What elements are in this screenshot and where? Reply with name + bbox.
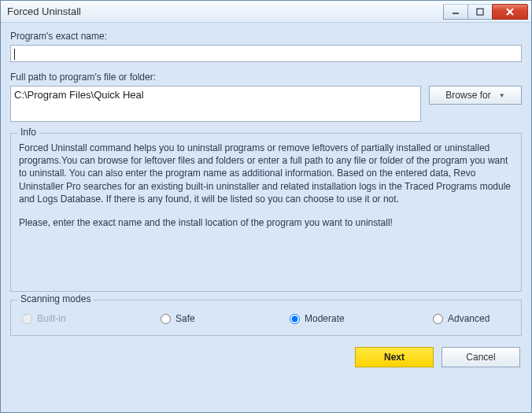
mode-safe[interactable]: Safe [161,313,290,324]
info-fieldset: Info Forced Uninstall command helps you … [10,133,522,292]
info-paragraph-1: Forced Uninstall command helps you to un… [19,142,513,205]
full-path-input[interactable] [10,86,421,122]
maximize-icon [476,8,484,16]
path-row: Browse for ▼ [10,86,522,122]
footer: Next Cancel [10,344,522,367]
text-cursor [14,49,15,60]
titlebar: Forced Uninstall [1,1,531,23]
window-title: Forced Uninstall [7,6,443,17]
mode-advanced-label: Advanced [448,313,490,324]
maximize-button[interactable] [467,4,493,20]
dialog-body: Program's exact name: Full path to progr… [1,23,531,412]
program-name-label: Program's exact name: [10,31,522,42]
mode-builtin-radio [22,314,32,324]
minimize-icon [452,8,460,16]
minimize-button[interactable] [443,4,468,20]
cancel-label: Cancel [466,352,495,363]
close-icon [505,7,515,17]
info-legend: Info [17,127,39,138]
mode-moderate[interactable]: Moderate [290,313,433,324]
svg-rect-1 [477,9,483,15]
mode-builtin-label: Built-in [37,313,66,324]
window-controls [443,4,531,20]
close-button[interactable] [492,4,528,20]
full-path-label: Full path to program's file or folder: [10,72,522,83]
mode-advanced[interactable]: Advanced [433,313,490,324]
mode-safe-radio[interactable] [161,314,171,324]
mode-moderate-label: Moderate [305,313,345,324]
browse-label: Browse for [445,90,490,101]
program-name-input[interactable] [10,45,522,62]
program-name-wrap [10,45,522,62]
scanning-modes-fieldset: Scanning modes Built-in Safe Moderate Ad… [10,300,522,336]
next-button[interactable]: Next [355,347,434,367]
scanning-modes-legend: Scanning modes [17,293,94,304]
next-label: Next [384,352,405,363]
mode-builtin: Built-in [22,313,161,324]
info-paragraph-2: Please, enter the exact name and the ins… [19,216,513,229]
forced-uninstall-window: Forced Uninstall Program's exact name: F… [0,0,532,413]
chevron-down-icon: ▼ [499,92,505,99]
scanning-modes-row: Built-in Safe Moderate Advanced [19,308,513,326]
browse-for-button[interactable]: Browse for ▼ [429,86,522,105]
mode-moderate-radio[interactable] [290,314,300,324]
mode-safe-label: Safe [175,313,195,324]
mode-advanced-radio[interactable] [433,314,443,324]
cancel-button[interactable]: Cancel [441,347,520,367]
